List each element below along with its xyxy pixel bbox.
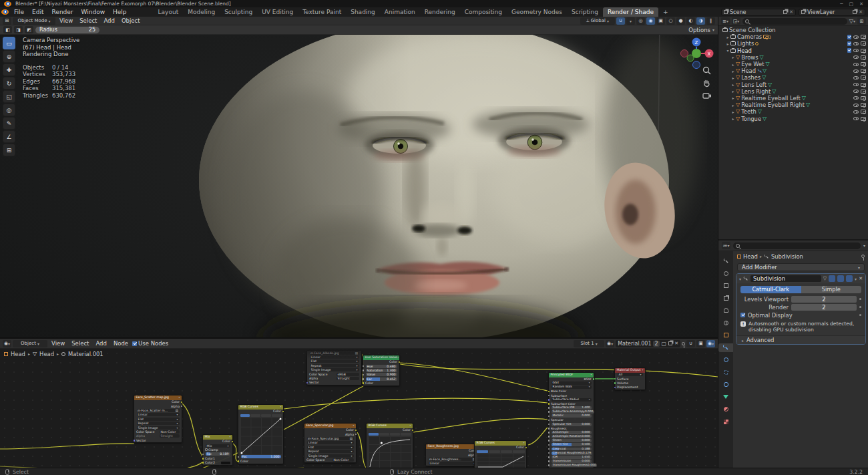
hide-eye-icon[interactable] bbox=[853, 117, 859, 120]
material-slot-selector[interactable]: Slot 1▾ bbox=[574, 340, 604, 347]
view-layer-selector[interactable]: ViewLayer ✕ bbox=[799, 9, 865, 16]
node-image-texture-scatter[interactable]: Face_Scatter map.jpg▾ Color Alpha 🗁Face_… bbox=[134, 395, 182, 443]
outliner-row-brows[interactable]: ▸▽ Brows▽ bbox=[718, 54, 868, 61]
node-rgb-curves-3[interactable]: RGB Curves▾ Color bbox=[474, 440, 527, 468]
viewport-menu-select[interactable]: Select bbox=[77, 17, 99, 24]
viewport-options-dropdown[interactable]: Options▾ bbox=[688, 27, 714, 33]
tab-scripting[interactable]: Scripting bbox=[567, 7, 603, 17]
outliner-row-teeth[interactable]: ▸▽ Teeth▽ bbox=[718, 108, 868, 115]
crumb-object[interactable]: Head bbox=[11, 351, 25, 357]
outliner-row-tongue[interactable]: ▸▽ Tongue▽ bbox=[718, 115, 868, 122]
brush-blend-icon[interactable]: ◧ bbox=[3, 26, 12, 33]
outliner-row-eye-wet[interactable]: ▸▽ Eye Wet▽ bbox=[718, 61, 868, 67]
modifier-name-field[interactable]: Subdivision bbox=[750, 275, 821, 282]
levels-viewport-slider[interactable]: 2 bbox=[791, 296, 857, 303]
tab-texture[interactable] bbox=[718, 418, 733, 426]
browse-material-icon[interactable]: ◉▾ bbox=[606, 340, 614, 347]
hide-eye-icon[interactable] bbox=[853, 90, 859, 93]
outliner-row-lashes[interactable]: ▸▽ Lashes▽ bbox=[718, 74, 868, 81]
hide-eye-icon[interactable] bbox=[853, 55, 859, 59]
pin-icon[interactable] bbox=[861, 255, 865, 258]
overlay-icon[interactable]: ▣ bbox=[696, 340, 705, 347]
animate-dot[interactable] bbox=[859, 314, 861, 316]
modifier-extras-icon[interactable]: ▾ bbox=[855, 277, 857, 281]
render-levels-slider[interactable]: 2 bbox=[791, 304, 857, 311]
tab-particles[interactable] bbox=[718, 355, 733, 364]
hide-eye-icon[interactable] bbox=[853, 96, 859, 100]
display-render-toggle[interactable] bbox=[846, 275, 853, 282]
add-modifier-dropdown[interactable]: Add Modifier▾ bbox=[737, 263, 865, 271]
hide-eye-icon[interactable] bbox=[853, 110, 859, 114]
mode-selector[interactable]: Object Mode▾ bbox=[13, 17, 55, 25]
breadcrumb-modifier[interactable]: Subdivision bbox=[771, 253, 803, 260]
menu-render[interactable]: Render bbox=[48, 7, 77, 17]
preview-sphere-icon[interactable]: ◉▾ bbox=[706, 340, 715, 347]
node-rgb-curves-1[interactable]: RGB Curves▾ Color Fac1.000 Color bbox=[238, 404, 284, 464]
tool-cursor[interactable]: ⊕ bbox=[3, 50, 15, 63]
tab-shading[interactable]: Shading bbox=[346, 7, 380, 17]
hide-eye-icon[interactable] bbox=[853, 49, 859, 52]
outliner-filter-type-icon[interactable]: ◲▾ bbox=[732, 17, 740, 25]
tab-physics[interactable] bbox=[718, 368, 733, 377]
node-image-texture-roughness[interactable]: Face_Roughness.jpg▾ Color Alpha 🗁Face_Ro… bbox=[425, 444, 479, 466]
unlink-scene-icon[interactable]: ✕ bbox=[789, 9, 793, 15]
snap-magnet-icon[interactable]: ∪ bbox=[616, 17, 625, 25]
advanced-subpanel[interactable]: ▸Advanced bbox=[736, 335, 865, 344]
tab-layout[interactable]: Layout bbox=[154, 7, 184, 17]
scene-selector[interactable]: Scene ✕ bbox=[721, 9, 796, 16]
hide-eye-icon[interactable] bbox=[853, 35, 859, 39]
tab-tool[interactable] bbox=[718, 257, 733, 265]
radius-slider[interactable]: Radius 25 bbox=[35, 27, 99, 33]
tool-move[interactable]: ✚ bbox=[3, 63, 15, 76]
tab-render-shade[interactable]: Render / Shade bbox=[603, 7, 658, 17]
navigation-gizmo[interactable]: Z X bbox=[679, 35, 714, 70]
render-visibility-icon[interactable] bbox=[861, 69, 866, 73]
shader-menu-add[interactable]: Add bbox=[93, 340, 109, 347]
hide-eye-icon[interactable] bbox=[853, 83, 859, 86]
menu-file[interactable]: File bbox=[10, 7, 28, 17]
new-collection-icon[interactable]: ⊞ bbox=[857, 17, 866, 25]
delete-modifier-icon[interactable]: ✕ bbox=[859, 276, 863, 281]
fake-user-shield-icon[interactable]: ▢ bbox=[662, 341, 667, 347]
tab-view-layer[interactable] bbox=[718, 294, 733, 303]
transform-orientation-selector[interactable]: ⟂Global▾ bbox=[580, 17, 615, 25]
tab-modeling[interactable]: Modeling bbox=[183, 7, 220, 17]
tab-compositing[interactable]: Compositing bbox=[460, 7, 507, 17]
properties-editor-icon[interactable]: ≔▾ bbox=[722, 242, 730, 249]
tool-measure[interactable]: ∠ bbox=[3, 130, 15, 143]
add-workspace-button[interactable]: + bbox=[658, 7, 673, 17]
tab-scene[interactable] bbox=[718, 306, 733, 315]
collection-checkbox[interactable] bbox=[847, 41, 852, 46]
render-visibility-icon[interactable] bbox=[861, 49, 866, 53]
tool-scale[interactable]: ◱ bbox=[3, 90, 15, 103]
zoom-icon[interactable] bbox=[702, 66, 711, 75]
render-visibility-icon[interactable] bbox=[861, 110, 866, 114]
node-material-output[interactable]: Material Output▾ All▾ Surface Volume Dis… bbox=[614, 367, 646, 390]
hide-eye-icon[interactable] bbox=[853, 63, 859, 66]
snap-options-icon[interactable]: ▾ bbox=[626, 17, 635, 25]
minimize-button[interactable]: ─ bbox=[840, 1, 843, 7]
tab-uv-editing[interactable]: UV Editing bbox=[257, 7, 298, 17]
tool-annotate[interactable]: ✎ bbox=[3, 117, 15, 130]
shading-rendered-icon[interactable]: ◑ bbox=[696, 17, 705, 25]
menu-window[interactable]: Window bbox=[77, 7, 110, 17]
node-principled-bsdf[interactable]: Principled BSDF▾ BSDF GGX▾ Random Walk▾ … bbox=[548, 372, 594, 468]
properties-options-icon[interactable]: ▾ bbox=[863, 243, 865, 248]
hide-eye-icon[interactable] bbox=[853, 104, 859, 107]
outliner-row-realtime-eyeball-right[interactable]: ▸▽ Realtime Eyeball Right▽ bbox=[718, 102, 868, 108]
outliner-row-lens-left[interactable]: ▸▽ Lens Left▽ bbox=[718, 82, 868, 88]
tab-animation[interactable]: Animation bbox=[380, 7, 420, 17]
pan-hand-icon[interactable] bbox=[702, 79, 711, 88]
use-nodes-checkbox[interactable] bbox=[132, 341, 137, 346]
brush-falloff-icon[interactable]: ◨ bbox=[14, 26, 23, 33]
remove-view-layer-icon[interactable]: ✕ bbox=[859, 9, 863, 15]
display-editmode-toggle[interactable] bbox=[829, 275, 835, 282]
edit-mode-display-icon[interactable]: ▽ bbox=[823, 276, 827, 281]
node-canvas[interactable]: 🗁Face_Albedo.jpg▤ Linear▾ Flat▾ Repeat▾ … bbox=[0, 349, 718, 468]
shading-solid-icon[interactable]: ● bbox=[676, 17, 685, 25]
optimal-display-checkbox[interactable] bbox=[740, 313, 745, 317]
viewport-menu-add[interactable]: Add bbox=[101, 17, 117, 24]
render-visibility-icon[interactable] bbox=[861, 35, 866, 39]
new-view-layer-icon[interactable] bbox=[853, 10, 857, 14]
shading-wireframe-icon[interactable]: ○ bbox=[666, 17, 675, 25]
